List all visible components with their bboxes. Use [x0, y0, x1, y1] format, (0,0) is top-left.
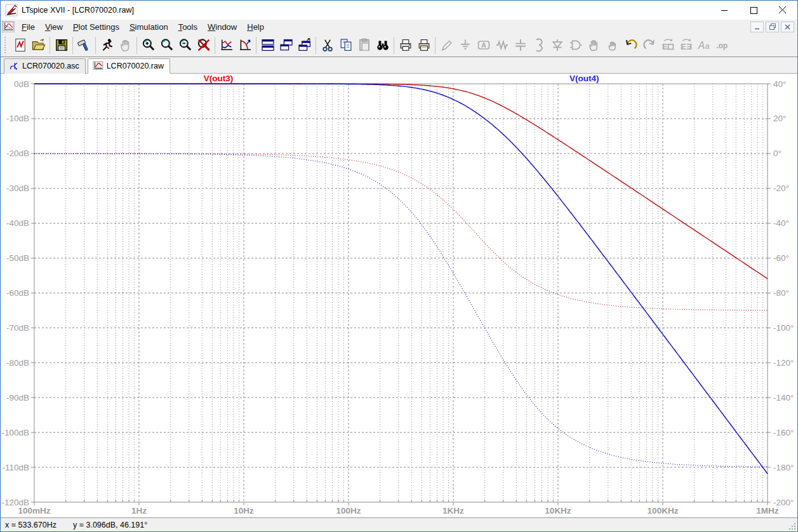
menu-simulation[interactable]: Simulation — [124, 21, 173, 33]
resize-grip-icon[interactable] — [788, 522, 797, 531]
component-icon — [568, 37, 583, 53]
capacitor-button — [511, 36, 529, 55]
find-button[interactable] — [373, 36, 392, 55]
print-button[interactable] — [396, 36, 415, 55]
minimize-button[interactable] — [710, 1, 739, 20]
plot-settings-button[interactable] — [236, 36, 254, 55]
zoom-full-button[interactable] — [194, 36, 213, 55]
y-axis-right-label: -20° — [773, 183, 789, 193]
mdi-system-menu-icon[interactable] — [3, 22, 14, 32]
maximize-button[interactable] — [739, 1, 768, 20]
trace-v-out3--magnitude[interactable] — [34, 84, 768, 279]
close-button[interactable] — [768, 1, 797, 20]
autorange-icon — [219, 37, 234, 53]
halt-button — [116, 36, 135, 55]
toolbar-grip[interactable] — [4, 37, 7, 53]
cascade-windows-button[interactable] — [295, 36, 314, 55]
y-axis-right-label: -120° — [773, 358, 794, 368]
y-axis-left-label: -90dB — [6, 393, 29, 402]
tab-lcr070020.asc[interactable]: LCR070020.asc — [4, 58, 86, 74]
y-axis-left-label: -80dB — [6, 358, 29, 368]
undo-button[interactable] — [622, 36, 640, 55]
menu-tools[interactable]: Tools — [173, 21, 203, 33]
mdi-close-button[interactable] — [781, 22, 794, 32]
y-axis-left-label: -60dB — [6, 288, 29, 298]
run-button[interactable] — [98, 36, 116, 55]
ground-icon — [458, 37, 473, 53]
tab-lcr070020.raw[interactable]: LCR070020.raw — [88, 58, 170, 74]
svg-text:A: A — [697, 40, 704, 51]
x-axis-label: 1Hz — [131, 506, 147, 515]
find-icon — [375, 37, 390, 53]
print-setup-icon — [416, 37, 432, 53]
x-axis-label: 100Hz — [336, 506, 361, 515]
halt-icon — [118, 37, 133, 53]
tile-horizontal-button[interactable] — [258, 36, 277, 55]
zoom-in-button[interactable] — [139, 36, 157, 55]
plot-settings-icon — [237, 37, 253, 53]
menu-view[interactable]: View — [40, 21, 68, 33]
control-panel-button[interactable] — [75, 36, 93, 55]
zoom-out-button[interactable] — [176, 36, 194, 55]
status-bar: x = 533.670Hz y = 3.096dB, 46.191° — [1, 517, 797, 531]
menu-plot-settings[interactable]: Plot Settings — [68, 21, 124, 33]
tile-vertical-button[interactable] — [277, 36, 295, 55]
y-axis-right-label: -100° — [773, 323, 794, 333]
zoom-back-button[interactable] — [157, 36, 176, 55]
rotate-icon: EE — [679, 37, 694, 53]
tile-vertical-icon — [279, 37, 294, 53]
cut-button[interactable] — [318, 36, 336, 55]
save-button[interactable] — [52, 36, 70, 55]
edit-pencil-button — [437, 36, 456, 55]
y-axis-left-label: -50dB — [6, 253, 29, 263]
menu-window[interactable]: Window — [203, 21, 242, 33]
copy-button[interactable] — [336, 36, 355, 55]
menu-help[interactable]: Help — [242, 21, 269, 33]
legend-vout4[interactable]: V(out4) — [569, 74, 599, 83]
trace-v-out4--magnitude[interactable] — [34, 84, 768, 474]
zoom-back-icon — [159, 37, 175, 53]
y-axis-left-label: -10dB — [6, 114, 29, 123]
spice-directive-icon: .op — [715, 37, 731, 53]
resistor-button — [493, 36, 511, 55]
mdi-minimize-icon — [754, 24, 760, 30]
mdi-restore-button[interactable] — [766, 22, 779, 32]
toolbar-separator — [50, 37, 50, 54]
menu-bar: FileViewPlot SettingsSimulationToolsWind… — [1, 20, 797, 34]
toolbar-separator — [95, 37, 96, 54]
menu-file[interactable]: File — [17, 21, 40, 33]
mdi-close-icon — [785, 24, 790, 30]
menu-items: FileViewPlot SettingsSimulationToolsWind… — [17, 21, 269, 33]
mdi-minimize-button[interactable] — [750, 22, 764, 32]
close-icon — [779, 6, 787, 14]
open-folder-button[interactable] — [29, 36, 48, 55]
plot-panel: 0dB40°-10dB20°-20dB0°-30dB-20°-40dB-40°-… — [1, 74, 797, 517]
trace-v-out3--phase[interactable] — [34, 154, 768, 310]
svg-text:a: a — [705, 42, 709, 51]
ground-button — [456, 36, 474, 55]
x-axis-label: 10KHz — [545, 506, 571, 515]
zoom-in-icon — [141, 37, 156, 53]
svg-text:E: E — [681, 42, 686, 51]
new-waveform-button[interactable] — [11, 36, 29, 55]
toolbar-separator — [72, 37, 73, 54]
ltspice-logo-icon — [5, 4, 18, 17]
print-setup-button[interactable] — [415, 36, 433, 55]
text-tool-icon: Aa — [697, 37, 712, 53]
x-axis-label: 1KHz — [442, 506, 464, 515]
drag-hand-icon — [605, 37, 620, 53]
trace-v-out4--phase[interactable] — [34, 154, 768, 467]
y-axis-left-label: -110dB — [2, 463, 29, 472]
component-button — [566, 36, 585, 55]
paste-button — [355, 36, 373, 55]
y-axis-left-label: -70dB — [6, 323, 29, 333]
autorange-button[interactable] — [217, 36, 236, 55]
capacitor-icon — [513, 37, 528, 53]
inductor-button — [529, 36, 548, 55]
waveform-plot[interactable]: 0dB40°-10dB20°-20dB0°-30dB-20°-40dB-40°-… — [1, 74, 797, 517]
copy-icon — [338, 37, 354, 53]
window-title: LTspice XVII - [LCR070020.raw] — [22, 6, 134, 15]
control-panel-icon — [77, 37, 92, 53]
resistor-icon — [495, 37, 510, 53]
legend-vout3[interactable]: V(out3) — [204, 74, 234, 83]
